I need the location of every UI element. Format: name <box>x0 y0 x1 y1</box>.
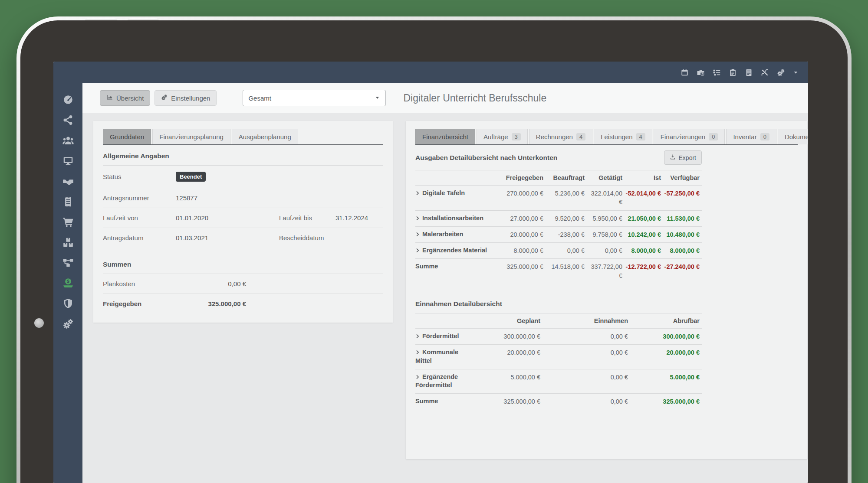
tools-icon[interactable] <box>761 69 769 77</box>
sidebar-item-sitemap[interactable] <box>53 252 82 273</box>
income-row: Ergänzende Fördermittel5.000,00 €0,00 €5… <box>415 369 702 394</box>
tab-count-badge: 0 <box>709 133 718 140</box>
expense-row: Summe325.000,00 €14.518,00 €337.722,00 €… <box>415 259 702 284</box>
sidebar-item-boxes[interactable] <box>53 232 82 252</box>
cell-value: 0,00 € <box>546 246 585 255</box>
gears-icon[interactable] <box>777 69 785 77</box>
column-header: Getätigt <box>587 174 622 181</box>
scope-select[interactable]: Gesamt <box>243 90 386 106</box>
finance-tab-rechnungen[interactable]: Rechnungen4 <box>529 129 592 144</box>
column-header: Beauftragt <box>546 174 585 181</box>
clipboard-icon[interactable] <box>729 69 737 77</box>
sidebar-item-cogs[interactable] <box>53 313 82 334</box>
row-label[interactable]: Installationsarbeiten <box>415 214 496 223</box>
column-header: Abrufbar <box>630 317 700 324</box>
field-value: 31.12.2024 <box>335 214 383 222</box>
sidebar-item-handshake[interactable] <box>53 171 82 191</box>
tab-count-badge: 4 <box>576 133 585 140</box>
tasks-icon[interactable] <box>713 69 721 77</box>
basic-tab-finanzierungsplanung[interactable]: Finanzierungsplanung <box>152 129 230 144</box>
expenses-header-row: Ausgaben Detailübersicht nach Unterkonte… <box>415 145 702 170</box>
sidebar-item-receipt[interactable] <box>53 191 82 212</box>
field-label: Antragsdatum <box>103 234 176 242</box>
finance-tab-auftr-ge[interactable]: Aufträge3 <box>477 129 528 144</box>
expense-row: Malerarbeiten20.000,00 €-238,00 €9.758,0… <box>415 227 702 243</box>
sidebar-item-dashboard[interactable] <box>53 89 82 110</box>
settings-button-label: Einstellungen <box>171 95 210 102</box>
sidebar-item-shield[interactable] <box>53 293 82 313</box>
cell-value: 300.000,00 € <box>470 332 540 341</box>
sidebar-item-desktop[interactable] <box>53 150 82 171</box>
row-label[interactable]: Ergänzendes Material <box>415 246 496 255</box>
content-area: GrunddatenFinanzierungsplanungAusgabenpl… <box>82 113 808 483</box>
cell-value: 8.000,00 € <box>625 246 661 255</box>
sidebar-item-donate[interactable]: $ <box>53 273 82 293</box>
finance-tabs: FinanzübersichtAufträge3Rechnungen4Leist… <box>415 129 798 145</box>
cell-value: -52.014,00 € <box>625 189 661 198</box>
income-title: Einnahmen Detailübersicht <box>415 295 702 313</box>
export-button[interactable]: Export <box>664 150 702 165</box>
row-label: Summe <box>415 262 496 271</box>
cell-value: 5.236,00 € <box>546 189 585 198</box>
cell-value: 9.520,00 € <box>546 214 585 223</box>
overview-button[interactable]: Übersicht <box>100 90 150 106</box>
overview-button-label: Übersicht <box>116 95 144 102</box>
journal-icon[interactable] <box>745 69 753 77</box>
income-row: Fördermittel300.000,00 €0,00 €300.000,00… <box>415 329 702 345</box>
row-label[interactable]: Ergänzende Fördermittel <box>415 373 467 390</box>
field-value: 125877 <box>176 194 279 202</box>
toolbar: Übersicht Einstellungen Gesamt Digitaler… <box>82 83 808 113</box>
income-row: Kommunale Mittel20.000,00 €0,00 €20.000,… <box>415 345 702 369</box>
briefcase-clock-icon[interactable] <box>697 69 705 77</box>
finance-tab-finanzierungen[interactable]: Finanzierungen0 <box>654 129 725 144</box>
finance-tab-finanz-bersicht[interactable]: Finanzübersicht <box>415 129 475 144</box>
sidebar-item-users[interactable] <box>53 130 82 150</box>
cell-value: 21.050,00 € <box>625 214 661 223</box>
table-header-row: FreigegebenBeauftragtGetätigtIstVerfügba… <box>415 170 702 186</box>
finance-tab-inventar[interactable]: Inventar0 <box>726 129 776 144</box>
cell-value: 10.242,00 € <box>625 230 661 239</box>
row-label[interactable]: Digitale Tafeln <box>415 189 496 198</box>
column-header: Verfügbar <box>663 174 700 181</box>
settings-button[interactable]: Einstellungen <box>155 90 217 106</box>
calendar-icon[interactable] <box>681 69 689 77</box>
expenses-table: FreigegebenBeauftragtGetätigtIstVerfügba… <box>415 170 702 284</box>
basic-tab-grunddaten[interactable]: Grunddaten <box>103 129 151 144</box>
page-title: Digitaler Unterricht Berufsschule <box>403 92 546 104</box>
basic-tab-ausgabenplanung[interactable]: Ausgabenplanung <box>232 129 298 144</box>
tab-label: Aufträge <box>483 133 508 140</box>
row-label[interactable]: Malerarbeiten <box>415 230 496 239</box>
cell-value: 270.000,00 € <box>498 189 543 198</box>
tab-count-badge: 0 <box>760 133 769 140</box>
cell-value: 5.000,00 € <box>470 373 540 382</box>
cell-value: 20.000,00 € <box>470 348 540 357</box>
field-label: Laufzeit von <box>103 214 176 222</box>
cell-value: 20.000,00 € <box>630 348 700 357</box>
download-icon <box>670 154 676 161</box>
tab-label: Finanzierungen <box>661 133 705 140</box>
finance-tab-leistungen[interactable]: Leistungen4 <box>594 129 652 144</box>
front-camera <box>34 318 44 328</box>
sidebar-item-share[interactable] <box>53 110 82 130</box>
sum-value: 325.000,00 € <box>177 300 246 307</box>
cell-value: 300.000,00 € <box>630 332 700 341</box>
sidebar-item-cart[interactable] <box>53 212 82 232</box>
finance-tab-dokumente[interactable]: Dokumente0 <box>778 129 808 144</box>
app-header-bar <box>53 62 808 83</box>
row-label[interactable]: Kommunale Mittel <box>415 348 467 365</box>
tab-count-badge: 4 <box>636 133 645 140</box>
chart-area-icon <box>106 94 113 102</box>
field-row: Antragsnummer125877 <box>103 188 383 208</box>
status-badge: Beendet <box>176 172 206 182</box>
basic-data-tabs: GrunddatenFinanzierungsplanungAusgabenpl… <box>103 129 383 145</box>
cell-value: -238,00 € <box>546 230 585 239</box>
cell-value: 0,00 € <box>587 246 622 255</box>
cell-value: 5.000,00 € <box>630 373 700 382</box>
field-value: 01.01.2020 <box>176 214 279 222</box>
row-label[interactable]: Fördermittel <box>415 332 467 341</box>
cell-value: 0,00 € <box>542 348 628 357</box>
cell-value: 9.758,00 € <box>587 230 622 239</box>
cell-value: 325.000,00 € <box>470 397 540 406</box>
caret-down-icon[interactable] <box>793 70 799 75</box>
sum-value: 0,00 € <box>177 280 246 287</box>
